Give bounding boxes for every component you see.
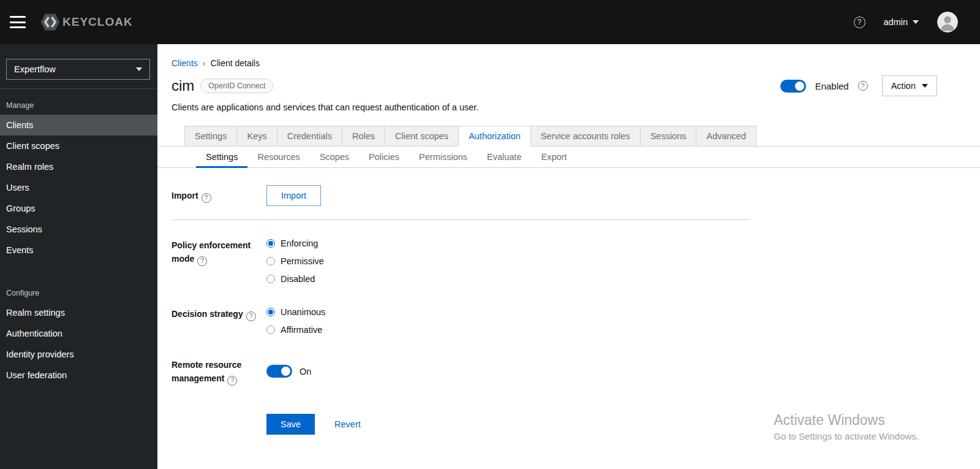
sidebar-item-user-federation[interactable]: User federation <box>0 365 157 386</box>
toggle-state-label: On <box>300 367 311 376</box>
policy-enforcement-mode-label: Policy enforcement mode? <box>172 235 266 284</box>
chevron-right-icon: › <box>203 58 206 68</box>
breadcrumb-clients-link[interactable]: Clients <box>172 58 198 68</box>
help-icon[interactable]: ? <box>246 311 256 321</box>
hamburger-menu-icon[interactable] <box>10 16 26 28</box>
subtab-resources[interactable]: Resources <box>247 147 309 168</box>
subtab-export[interactable]: Export <box>531 147 576 168</box>
subtab-settings[interactable]: Settings <box>196 147 247 168</box>
nav-section-configure: Configure Realm settings Authentication … <box>0 276 157 386</box>
username: admin <box>884 17 908 27</box>
subtab-scopes[interactable]: Scopes <box>310 147 359 168</box>
action-dropdown-button[interactable]: Action <box>882 75 937 96</box>
breadcrumb-current: Client details <box>211 58 260 68</box>
sidebar-item-client-scopes[interactable]: Client scopes <box>0 135 157 156</box>
subtab-evaluate[interactable]: Evaluate <box>477 147 531 168</box>
tab-sessions[interactable]: Sessions <box>640 126 696 147</box>
nav-section-label: Configure <box>0 276 157 302</box>
tab-credentials[interactable]: Credentials <box>277 126 342 147</box>
nav-section-label: Manage <box>0 89 157 115</box>
masthead: KEYCLOAK ? admin <box>0 0 980 44</box>
remote-resource-management-label: Remote resource management? <box>172 354 266 386</box>
chevron-down-icon <box>136 67 142 71</box>
sidebar-item-authentication[interactable]: Authentication <box>0 323 157 344</box>
remote-resource-management-toggle[interactable] <box>266 365 292 378</box>
sidebar: Expertflow Manage Clients Client scopes … <box>0 44 157 469</box>
tab-keys[interactable]: Keys <box>236 126 276 147</box>
avatar[interactable] <box>937 12 958 32</box>
tab-service-accounts-roles[interactable]: Service accounts roles <box>530 126 640 147</box>
help-icon[interactable]: ? <box>227 376 237 386</box>
client-description: Clients are applications and services th… <box>172 102 980 112</box>
tab-client-scopes[interactable]: Client scopes <box>385 126 458 147</box>
decision-strategy-group: Unanimous Affirmative <box>266 303 980 335</box>
import-label: Import? <box>172 185 266 206</box>
help-icon[interactable]: ? <box>854 17 865 28</box>
realm-selector-value: Expertflow <box>14 64 56 74</box>
enabled-toggle[interactable] <box>780 80 806 93</box>
chevron-down-icon <box>922 84 928 88</box>
radio-enforcing[interactable] <box>266 239 275 248</box>
sidebar-item-users[interactable]: Users <box>0 177 157 198</box>
radio-option-disabled[interactable]: Disabled <box>266 274 980 284</box>
tab-advanced[interactable]: Advanced <box>696 126 756 147</box>
radio-option-permissive[interactable]: Permissive <box>266 256 980 266</box>
page-title: cim <box>172 77 194 94</box>
radio-permissive[interactable] <box>266 257 275 265</box>
protocol-badge: OpenID Connect <box>200 78 273 93</box>
radio-option-enforcing[interactable]: Enforcing <box>266 238 980 248</box>
sidebar-item-clients[interactable]: Clients <box>0 115 157 135</box>
help-icon[interactable]: ? <box>197 256 207 266</box>
nav-section-manage: Manage Clients Client scopes Realm roles… <box>0 89 157 261</box>
sidebar-nav: Manage Clients Client scopes Realm roles… <box>0 89 157 386</box>
radio-affirmative[interactable] <box>266 326 275 334</box>
radio-unanimous[interactable] <box>266 308 275 316</box>
tab-roles[interactable]: Roles <box>342 126 385 147</box>
subtab-policies[interactable]: Policies <box>359 147 409 168</box>
policy-enforcement-mode-group: Enforcing Permissive Disabled <box>266 235 980 284</box>
enabled-label: Enabled <box>815 81 849 91</box>
client-tabs: Settings Keys Credentials Roles Client s… <box>157 126 980 147</box>
save-button[interactable]: Save <box>266 414 315 435</box>
breadcrumb: Clients › Client details <box>172 58 980 68</box>
revert-link[interactable]: Revert <box>334 419 361 429</box>
sidebar-item-realm-settings[interactable]: Realm settings <box>0 302 157 323</box>
keycloak-logo-icon <box>39 11 61 33</box>
subtab-permissions[interactable]: Permissions <box>409 147 477 168</box>
radio-option-affirmative[interactable]: Affirmative <box>266 325 980 335</box>
chevron-down-icon <box>913 20 919 24</box>
user-menu[interactable]: admin <box>884 17 919 27</box>
sidebar-item-groups[interactable]: Groups <box>0 198 157 219</box>
radio-option-unanimous[interactable]: Unanimous <box>266 307 980 317</box>
authorization-settings-form: Import? Import Policy enforcement mode? … <box>172 185 980 435</box>
sidebar-item-events[interactable]: Events <box>0 240 157 261</box>
keycloak-logo: KEYCLOAK <box>39 11 133 33</box>
import-button[interactable]: Import <box>266 185 321 206</box>
brand-text: KEYCLOAK <box>62 15 133 29</box>
realm-selector[interactable]: Expertflow <box>6 59 150 80</box>
sidebar-item-sessions[interactable]: Sessions <box>0 219 157 240</box>
section-divider <box>172 219 750 220</box>
help-icon[interactable]: ? <box>202 193 211 203</box>
authorization-subtabs: Settings Resources Scopes Policies Permi… <box>157 147 980 168</box>
radio-disabled[interactable] <box>266 275 275 283</box>
sidebar-item-realm-roles[interactable]: Realm roles <box>0 156 157 177</box>
help-icon[interactable]: ? <box>858 81 868 91</box>
tab-authorization[interactable]: Authorization <box>458 126 530 147</box>
decision-strategy-label: Decision strategy? <box>172 303 266 335</box>
main-content: Clients › Client details cim OpenID Conn… <box>157 44 980 469</box>
tab-settings[interactable]: Settings <box>184 126 236 147</box>
sidebar-item-identity-providers[interactable]: Identity providers <box>0 344 157 365</box>
